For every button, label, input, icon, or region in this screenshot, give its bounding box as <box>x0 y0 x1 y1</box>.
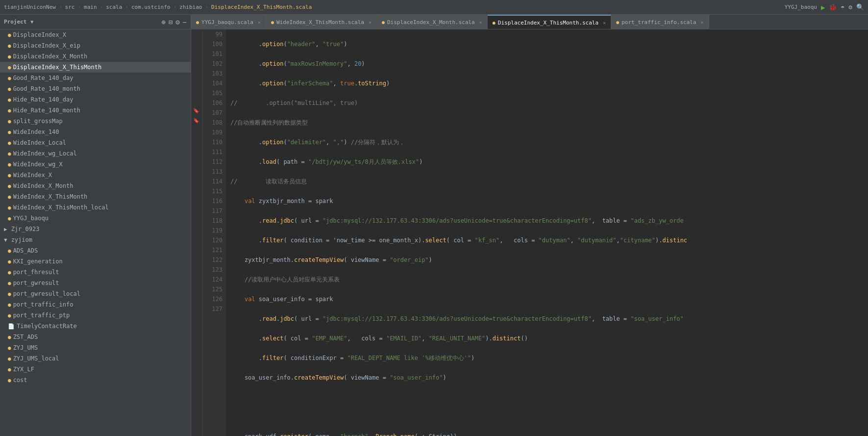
top-bar: tianjinUniconNew › src › main › scala › … <box>0 0 868 15</box>
breadcrumb-pkg[interactable]: com.ustcinfo <box>131 4 170 10</box>
sidebar-item-port-gwresult[interactable]: ● port_gwresult <box>0 278 191 288</box>
file-icon: ● <box>8 183 11 189</box>
sidebar: ● DisplaceIndex_X ● DisplaceIndex_X_eip … <box>0 29 191 436</box>
file-icon: ● <box>8 205 11 211</box>
sidebar-item-displace-x-eip[interactable]: ● DisplaceIndex_X_eip <box>0 40 191 51</box>
scope-button[interactable]: ⊕ <box>161 18 165 26</box>
sidebar-item-port-traffic-info[interactable]: ● port_traffic_info <box>0 299 191 310</box>
breadcrumb-src[interactable]: src <box>65 4 75 10</box>
file-icon: ● <box>8 140 11 146</box>
project-dropdown-icon[interactable]: ▼ <box>30 19 33 25</box>
sidebar-item-wideindex-wg-x[interactable]: ● WideIndex_wg_X <box>0 159 191 170</box>
file-icon: ● <box>8 161 11 168</box>
breadcrumb-zhibiao[interactable]: zhibiao <box>179 4 202 10</box>
file-icon: ● <box>8 118 11 125</box>
file-icon: ● <box>8 334 11 340</box>
project-label: Project <box>4 19 26 25</box>
file-icon: ● <box>8 366 11 373</box>
sidebar-item-zyjiom[interactable]: ▼ zyjiom <box>0 234 191 245</box>
settings-button[interactable]: ⚙ <box>848 3 852 11</box>
sidebar-item-port-fhresult[interactable]: ● port_fhresult <box>0 267 191 278</box>
coverage-button[interactable]: ☂ <box>841 3 844 11</box>
sidebar-item-wideindex-x[interactable]: ● WideIndex_X <box>0 170 191 180</box>
sidebar-item-port-traffic-ptp[interactable]: ● port_traffic_ptp <box>0 310 191 321</box>
sidebar-item-good-rate-day[interactable]: ● Good_Rate_140_day <box>0 73 191 83</box>
sidebar-item-hide-rate-day[interactable]: ● Hide_Rate_140_day <box>0 94 191 105</box>
search-button[interactable]: 🔍 <box>856 3 864 11</box>
file-icon: 📄 <box>8 323 15 330</box>
sidebar-item-cost[interactable]: ● cost <box>0 375 191 385</box>
sidebar-item-displace-x-month[interactable]: ● DisplaceIndex_X_Month <box>0 51 191 62</box>
sidebar-item-split-grossmap[interactable]: ● split_grossMap <box>0 116 191 127</box>
tab-yygj-baoqu[interactable]: ● YYGJ_baoqu.scala ✕ <box>191 15 266 29</box>
file-icon: ● <box>8 356 11 362</box>
file-icon: ● <box>8 280 11 286</box>
sidebar-item-port-gwresult-local[interactable]: ● port_gwresult_local <box>0 288 191 299</box>
file-icon: ● <box>8 86 11 92</box>
sidebar-item-wideindex-x-month[interactable]: ● WideIndex_X_Month <box>0 180 191 191</box>
sidebar-item-kxi-generation[interactable]: ● KXI_generation <box>0 256 191 267</box>
file-icon: ● <box>8 75 11 81</box>
sidebar-item-timely-contact-rate[interactable]: 📄 TimelyContactRate <box>0 321 191 332</box>
minimize-icon[interactable]: − <box>183 18 187 26</box>
file-icon: ● <box>8 345 11 351</box>
file-icon: ● <box>8 32 11 38</box>
file-icon: ● <box>8 172 11 179</box>
tab-port-traffic[interactable]: ● port_traffic_info.scala ✕ <box>611 15 709 29</box>
sidebar-item-wideindex-x-thismonth[interactable]: ● WideIndex_X_ThisMonth <box>0 191 191 202</box>
sidebar-item-ads-ads[interactable]: ● ADS_ADS <box>0 245 191 256</box>
sidebar-item-hide-rate-month[interactable]: ● Hide_Rate_140_month <box>0 105 191 116</box>
file-icon: ● <box>8 377 11 384</box>
file-icon: ● <box>8 194 11 200</box>
file-icon: ● <box>8 64 11 71</box>
file-icon: ● <box>8 258 11 265</box>
sidebar-item-zyj-ums-local[interactable]: ● ZYJ_UMS_local <box>0 353 191 364</box>
bookmark-icon: 🔖 <box>193 108 199 113</box>
breadcrumb-project[interactable]: tianjinUniconNew <box>4 4 56 10</box>
tab-displace-thismonth[interactable]: ● DisplaceIndex_X_ThisMonth.scala ✕ <box>488 15 611 29</box>
sidebar-item-wideindex-wg-local[interactable]: ● WideIndex_wg_Local <box>0 148 191 159</box>
tab-wideindex-thismonth[interactable]: ● WideIndex_X_ThisMonth.scala ✕ <box>266 15 377 29</box>
sidebar-item-zyj-ums[interactable]: ● ZYJ_UMS <box>0 342 191 353</box>
sidebar-item-wideindex-local[interactable]: ● WideIndex_Local <box>0 137 191 148</box>
file-icon: ● <box>8 151 11 157</box>
tab-bar: ● YYGJ_baoqu.scala ✕ ● WideIndex_X_ThisM… <box>191 15 868 29</box>
file-icon: ● <box>8 312 11 319</box>
line-numbers: 99 100 101 102 103 104 105 106 107 108 1… <box>203 29 226 436</box>
file-icon: ● <box>8 107 11 114</box>
tab-displace-month[interactable]: ● DisplaceIndex_X_Month.scala ✕ <box>377 15 488 29</box>
file-icon: ● <box>8 53 11 60</box>
breadcrumb-scala[interactable]: scala <box>106 4 122 10</box>
file-icon: ● <box>8 215 11 222</box>
debug-button[interactable]: 🐞 <box>829 3 837 11</box>
run-button[interactable]: ▶ <box>821 3 825 11</box>
gear-icon[interactable]: ⚙ <box>175 18 179 26</box>
breadcrumb-file: DisplaceIndex_X_ThisMonth.scala <box>211 4 312 10</box>
code-text[interactable]: .option("header", "true") .option("maxRo… <box>226 29 868 436</box>
sidebar-item-displace-x-thismonth[interactable]: ● DisplaceIndex_X_ThisMonth <box>0 62 191 73</box>
sidebar-item-wideindex-x-thismonth-local[interactable]: ● WideIndex_X_ThisMonth_local <box>0 202 191 213</box>
bookmark-icon2: 🔖 <box>193 118 199 123</box>
file-icon: ● <box>8 248 11 254</box>
file-icon: ● <box>8 129 11 135</box>
sidebar-item-zyx-lf[interactable]: ● ZYX_LF <box>0 364 191 375</box>
file-icon: ● <box>8 43 11 49</box>
run-config-dropdown[interactable]: YYGJ_baoqu <box>785 4 817 10</box>
file-icon: ● <box>8 302 11 308</box>
sidebar-item-zjr0923[interactable]: ▶ Zjr_0923 <box>0 224 191 234</box>
breadcrumb-main[interactable]: main <box>84 4 97 10</box>
sidebar-item-zst-ads[interactable]: ● ZST_ADS <box>0 332 191 342</box>
file-icon: ● <box>8 291 11 297</box>
sidebar-item-good-rate-month[interactable]: ● Good_Rate_140_month <box>0 83 191 94</box>
sidebar-item-displace-x[interactable]: ● DisplaceIndex_X <box>0 29 191 40</box>
file-icon: ● <box>8 269 11 276</box>
sidebar-item-wideindex-140[interactable]: ● WideIndex_140 <box>0 127 191 137</box>
code-editor: 🔖 🔖 99 100 101 102 103 104 105 106 107 1… <box>191 29 868 436</box>
sidebar-item-yygj-baoqu[interactable]: ● YYGJ_baoqu <box>0 213 191 224</box>
collapse-button[interactable]: ⊟ <box>169 18 173 26</box>
file-icon: ● <box>8 97 11 103</box>
